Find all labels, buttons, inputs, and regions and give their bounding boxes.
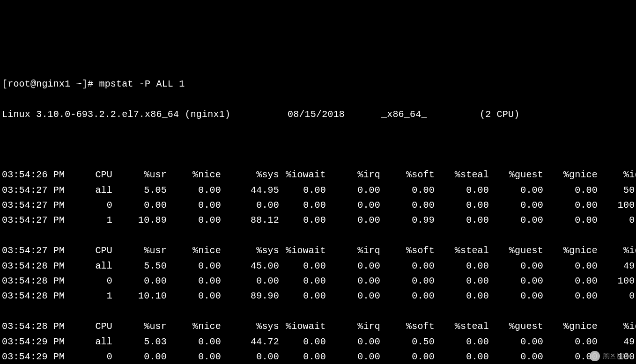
stat-data-row: 03:54:28 PM110.100.0089.900.000.000.000.… xyxy=(2,289,634,304)
stat-data-row: 03:54:29 PM00.000.000.000.000.000.000.00… xyxy=(2,349,634,364)
stat-header-row: 03:54:27 PMCPU%usr%nice%sys%iowait%irq%s… xyxy=(2,243,634,258)
stat-data-row: 03:54:28 PMall5.500.0045.000.000.000.000… xyxy=(2,259,634,274)
stat-data-row: 03:54:29 PMall5.030.0044.720.000.000.500… xyxy=(2,335,634,349)
system-header: Linux 3.10.0-693.2.2.el7.x86_64 (nginx1)… xyxy=(2,107,634,122)
blank-line xyxy=(2,138,634,153)
watermark: 黑区网络 xyxy=(590,350,629,361)
stat-blocks: 03:54:26 PMCPU%usr%nice%sys%iowait%irq%s… xyxy=(2,167,634,364)
blank-line xyxy=(2,304,634,319)
watermark-icon xyxy=(590,351,600,361)
stat-data-row: 03:54:27 PMall5.050.0044.950.000.000.000… xyxy=(2,183,634,198)
stat-header-row: 03:54:28 PMCPU%usr%nice%sys%iowait%irq%s… xyxy=(2,319,634,334)
stat-data-row: 03:54:27 PM110.890.0088.120.000.000.990.… xyxy=(2,213,634,228)
shell-prompt: [root@nginx1 ~]# mpstat -P ALL 1 xyxy=(2,77,634,92)
stat-data-row: 03:54:27 PM00.000.000.000.000.000.000.00… xyxy=(2,198,634,213)
stat-header-row: 03:54:26 PMCPU%usr%nice%sys%iowait%irq%s… xyxy=(2,167,634,182)
watermark-text: 黑区网络 xyxy=(603,350,629,361)
blank-line xyxy=(2,228,634,243)
stat-data-row: 03:54:28 PM00.000.000.000.000.000.000.00… xyxy=(2,274,634,289)
terminal-output[interactable]: [root@nginx1 ~]# mpstat -P ALL 1 Linux 3… xyxy=(2,62,634,364)
